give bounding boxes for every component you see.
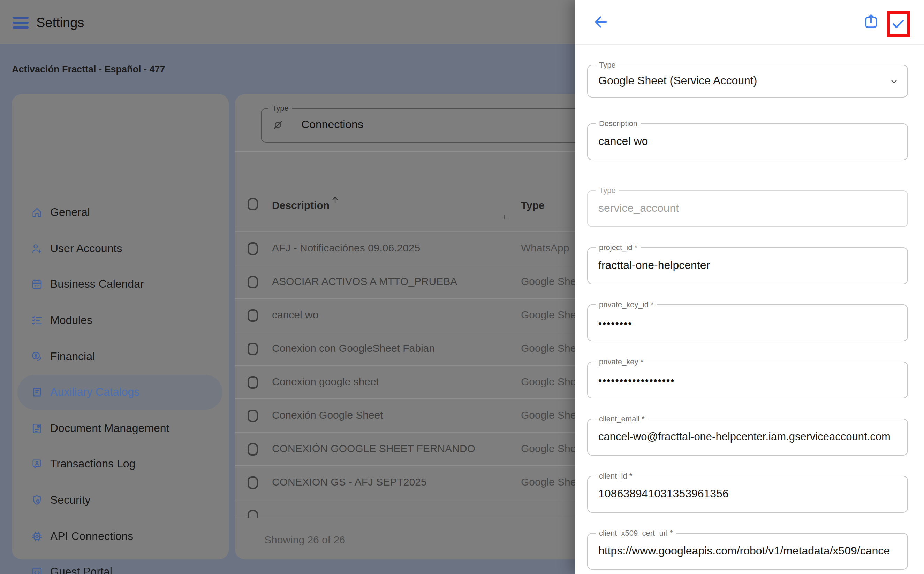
- field-value: ••••••••••••••••••: [598, 374, 897, 386]
- row-checkbox-partial[interactable]: [248, 510, 258, 518]
- field-label: client_email *: [595, 415, 648, 423]
- field-value: 108638941031353961356: [598, 487, 897, 500]
- row-type: Google Shee: [521, 476, 582, 487]
- sidebar-item-label: Business Calendar: [50, 278, 144, 291]
- sidebar-item-api-connections[interactable]: API Connections: [17, 519, 223, 554]
- row-type: Google Shee: [521, 442, 582, 454]
- confirm-check-icon[interactable]: [889, 16, 907, 32]
- sidebar-item-label: Auxiliary Catalogs: [50, 386, 139, 399]
- type-filter-label: Type: [269, 104, 292, 112]
- sidebar-item-label: Transactions Log: [50, 458, 135, 471]
- sidebar-item-auxiliary-catalogs[interactable]: Auxiliary Catalogs: [17, 375, 223, 410]
- sidebar-item-label: Document Management: [50, 422, 169, 435]
- chip-icon: [31, 530, 43, 542]
- sidebar-item-financial[interactable]: Financial: [17, 339, 223, 374]
- field-client-email[interactable]: client_email * cancel-wo@fracttal-one-he…: [587, 419, 908, 456]
- type-filter-value: Connections: [301, 118, 363, 131]
- sidebar-item-label: Financial: [50, 350, 95, 363]
- sidebar-item-label: Security: [50, 494, 91, 506]
- field-value: ••••••••: [598, 317, 897, 328]
- hamburger-menu-icon[interactable]: [13, 17, 28, 28]
- row-description: Conexion con GoogleSheet Fabian: [272, 342, 435, 354]
- sidebar-item-document-management[interactable]: Document Management: [17, 411, 223, 446]
- field-type-readonly: Type service_account: [587, 190, 908, 227]
- field-project-id[interactable]: project_id * fracttal-one-helpcenter: [587, 247, 908, 284]
- sidebar-item-label: Modules: [50, 314, 92, 327]
- row-description: CONEXION GS - AFJ SEPT2025: [272, 476, 426, 487]
- field-client-x509-cert-url[interactable]: client_x509_cert_url * https://www.googl…: [587, 533, 908, 570]
- row-checkbox[interactable]: [248, 276, 258, 289]
- row-type: Google Shee: [521, 342, 582, 354]
- column-header-description[interactable]: Description: [272, 199, 329, 211]
- field-label: private_key *: [595, 357, 647, 366]
- back-arrow-icon[interactable]: [592, 13, 609, 31]
- dollar-icon: [31, 350, 43, 363]
- sidebar-item-modules[interactable]: Modules: [17, 303, 223, 338]
- field-label: Type: [595, 186, 619, 194]
- row-description: ASOCIAR ACTIVOS A MTTO_PRUEBA: [272, 275, 457, 287]
- row-type: Google Shee: [521, 375, 582, 387]
- sidebar-item-general[interactable]: General: [17, 195, 223, 230]
- share-export-icon[interactable]: [862, 13, 880, 31]
- book-icon: [31, 386, 43, 399]
- row-description: AFJ - Notificaciónes 09.06.2025: [272, 242, 420, 254]
- field-label: private_key_id *: [595, 300, 657, 309]
- sidebar-item-business-calendar[interactable]: Business Calendar: [17, 267, 223, 302]
- row-description: Conexion google sheet: [272, 375, 379, 387]
- checklist-icon: [31, 314, 43, 327]
- page-title: Settings: [36, 15, 84, 31]
- connection-detail-drawer: Type Google Sheet (Service Account) Desc…: [575, 0, 924, 574]
- type-filter-select[interactable]: Type Connections: [261, 108, 609, 143]
- field-client-id[interactable]: client_id * 108638941031353961356: [587, 476, 908, 513]
- field-label: Description: [595, 119, 641, 128]
- table-footer-count: Showing 26 of 26: [264, 534, 345, 546]
- sidebar-item-label: Guest Portal: [50, 566, 112, 574]
- row-type: Google Shee: [521, 409, 582, 421]
- row-checkbox[interactable]: [248, 476, 258, 489]
- home-icon: [31, 206, 43, 219]
- sidebar-item-label: API Connections: [50, 530, 133, 542]
- chevron-down-icon: [889, 76, 899, 86]
- row-type: Google Shee: [521, 309, 582, 320]
- field-label: client_id *: [595, 472, 636, 480]
- settings-sidebar: General User Accounts Business Calendar …: [12, 94, 229, 559]
- sidebar-item-security[interactable]: Security: [17, 483, 223, 517]
- connections-icon: [271, 118, 285, 132]
- select-all-checkbox[interactable]: [248, 198, 258, 210]
- row-checkbox[interactable]: [248, 443, 258, 456]
- field-label: client_x509_cert_url *: [595, 529, 676, 537]
- user-add-icon: [31, 242, 43, 255]
- sidebar-item-guest-portal[interactable]: Guest Portal: [17, 555, 223, 574]
- row-checkbox[interactable]: [248, 376, 258, 389]
- row-type: Google Shee: [521, 275, 582, 287]
- field-type-select[interactable]: Type Google Sheet (Service Account): [587, 65, 908, 98]
- sidebar-item-user-accounts[interactable]: User Accounts: [17, 231, 223, 266]
- row-checkbox[interactable]: [248, 309, 258, 322]
- column-header-type[interactable]: Type: [521, 199, 545, 211]
- field-value: cancel-wo@fracttal-one-helpcenter.iam.gs…: [598, 430, 897, 443]
- sidebar-item-label: General: [50, 206, 90, 219]
- row-checkbox[interactable]: [248, 343, 258, 355]
- row-description: cancel wo: [272, 309, 318, 320]
- badge-icon: [31, 458, 43, 471]
- breadcrumb: Activación Fracttal - Español - 477: [12, 64, 165, 74]
- field-value: https://www.googleapis.com/robot/v1/meta…: [598, 544, 897, 557]
- row-description: CONEXIÓN GOOGLE SHEET FERNANDO: [272, 442, 475, 454]
- field-value: cancel wo: [598, 135, 897, 147]
- row-checkbox[interactable]: [248, 410, 258, 422]
- sidebar-item-transactions-log[interactable]: Transactions Log: [17, 447, 223, 482]
- field-value: service_account: [598, 202, 897, 214]
- row-checkbox[interactable]: [248, 243, 258, 255]
- field-private-key[interactable]: private_key * ••••••••••••••••••: [587, 361, 908, 399]
- sort-asc-icon[interactable]: [330, 194, 340, 205]
- document-icon: [31, 422, 43, 435]
- screen: Settings Activación Fracttal - Español -…: [0, 0, 924, 574]
- row-type: WhatsApp: [521, 242, 569, 254]
- field-label: project_id *: [595, 243, 641, 251]
- field-private-key-id[interactable]: private_key_id * ••••••••: [587, 304, 908, 341]
- field-description[interactable]: Description cancel wo: [587, 123, 908, 160]
- sidebar-item-label: User Accounts: [50, 242, 122, 255]
- shield-icon: [31, 494, 43, 506]
- column-resize-icon[interactable]: [504, 214, 509, 219]
- drawer-toolbar: [575, 0, 924, 44]
